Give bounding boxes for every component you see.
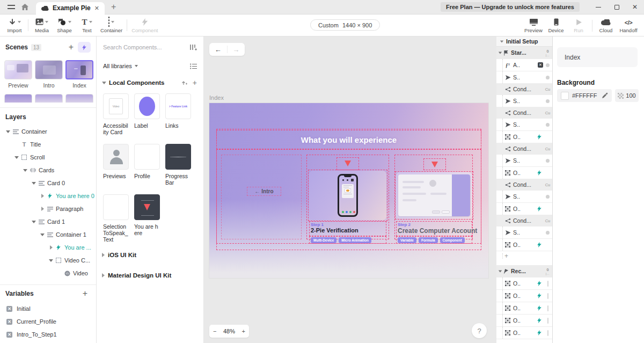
color-swatch[interactable] bbox=[561, 92, 569, 100]
tool-import-button[interactable]: Import bbox=[3, 14, 26, 36]
trigger-row-o-[interactable]: O.. bbox=[496, 131, 552, 143]
layer-row-you-are-[interactable]: You are ... bbox=[0, 241, 96, 254]
variable-row-initial[interactable]: ✕Initial bbox=[0, 302, 96, 315]
expand-closed-icon[interactable] bbox=[40, 194, 45, 198]
trigger-row-star-[interactable]: Star...0|.. bbox=[496, 47, 552, 59]
expand-closed-icon[interactable] bbox=[40, 207, 45, 211]
component-item-you-are-here[interactable]: You are here bbox=[134, 194, 160, 243]
layer-row-you-are-here-0[interactable]: You are here 0 bbox=[0, 189, 96, 202]
canvas[interactable]: ← → Index What you will experience ← Int… bbox=[204, 37, 496, 343]
trigger-row-cond-[interactable]: Cond...Cu bbox=[496, 84, 552, 95]
trigger-row-o-[interactable]: O.. bbox=[496, 203, 552, 215]
layer-row-cards[interactable]: Cards bbox=[0, 164, 96, 177]
trigger-row-o-[interactable]: O.. bbox=[496, 302, 552, 315]
layer-row-scroll[interactable]: Scroll bbox=[0, 151, 96, 164]
tab-close-icon[interactable]: ✕ bbox=[94, 5, 99, 12]
component-item-label[interactable]: Label bbox=[134, 93, 160, 135]
plan-upgrade-badge[interactable]: Free Plan — Upgrade to unlock more featu… bbox=[441, 2, 580, 12]
trigger-row-s-[interactable]: S.. bbox=[496, 191, 552, 203]
layer-row-card-1[interactable]: Card 1 bbox=[0, 215, 96, 228]
trigger-row-o-[interactable]: O.. bbox=[496, 290, 552, 302]
layer-row-video[interactable]: Video bbox=[0, 267, 96, 280]
trigger-row-s-[interactable]: S.. bbox=[496, 95, 552, 107]
layer-row-paragraph[interactable]: Paragraph bbox=[0, 202, 96, 215]
tool-container-button[interactable]: Container bbox=[98, 14, 125, 36]
tool-shape-button[interactable]: Shape bbox=[53, 14, 76, 36]
trigger-row-s-[interactable]: S.. bbox=[496, 119, 552, 131]
layer-row-container-1[interactable]: Container 1 bbox=[0, 228, 96, 241]
scene-item-index[interactable]: Index bbox=[65, 60, 93, 89]
zoom-out-button[interactable]: − bbox=[213, 328, 216, 334]
intro-back-link[interactable]: ← Intro bbox=[247, 187, 281, 196]
trigger-row-cond-[interactable]: Cond...Cu bbox=[496, 143, 552, 155]
trigger-row-a-[interactable]: ƒxA..✕ bbox=[496, 59, 552, 71]
kit-row-material-design-ui-kit[interactable]: Material Design UI Kit bbox=[97, 267, 203, 283]
trigger-row-rec-[interactable]: Rec...0|.. bbox=[496, 265, 552, 278]
trigger-row--[interactable]: + bbox=[496, 251, 552, 261]
add-scene-button[interactable]: + bbox=[65, 42, 77, 52]
expand-open-icon[interactable] bbox=[48, 259, 54, 262]
tool-preview-button[interactable]: Preview bbox=[522, 14, 545, 37]
tool-cloud-button[interactable]: Cloud bbox=[595, 14, 617, 37]
scene-item-partial[interactable] bbox=[4, 94, 32, 103]
tool-text-button[interactable]: TText bbox=[76, 14, 98, 36]
help-button[interactable]: ? bbox=[472, 323, 487, 338]
trigger-row-s-[interactable]: S.. bbox=[496, 71, 552, 84]
component-item-selectiontospeak-text[interactable]: SelectionToSpeak_Text bbox=[103, 194, 129, 243]
layer-row-card-0[interactable]: Card 0 bbox=[0, 177, 96, 189]
expand-open-icon[interactable] bbox=[497, 52, 502, 54]
publish-icon[interactable] bbox=[181, 79, 187, 86]
document-tab[interactable]: Example Pie ✕ bbox=[36, 2, 105, 14]
zoom-value[interactable]: 48% bbox=[223, 328, 235, 334]
expand-open-icon[interactable] bbox=[31, 221, 36, 223]
artboard-label[interactable]: Index bbox=[209, 94, 224, 101]
list-view-icon[interactable] bbox=[190, 63, 197, 69]
scenes-list-overflow[interactable] bbox=[0, 89, 96, 103]
component-item-accessibility-card[interactable]: VideoAccessibility Card bbox=[103, 93, 129, 135]
home-icon[interactable] bbox=[21, 4, 28, 10]
trigger-row-o-[interactable]: O.. bbox=[496, 167, 552, 179]
menu-icon[interactable] bbox=[8, 5, 15, 9]
trigger-row-o-[interactable]: O.. bbox=[496, 315, 552, 327]
color-value[interactable]: #FFFFFF bbox=[572, 92, 598, 99]
maximize-button[interactable] bbox=[608, 0, 626, 14]
variable-row-current_profile[interactable]: ✕Current_Profile bbox=[0, 315, 96, 328]
component-item-progress-bar[interactable]: Progress Bar bbox=[165, 144, 191, 186]
eyedropper-icon[interactable] bbox=[602, 92, 608, 99]
kit-row-ios-ui-kit[interactable]: iOS UI Kit bbox=[97, 247, 203, 263]
scene-item-intro[interactable]: Intro bbox=[35, 60, 63, 89]
variable-row-intro_to_step1[interactable]: ✕Intro_To_Step1 bbox=[0, 328, 96, 341]
expand-open-icon[interactable] bbox=[23, 169, 28, 172]
library-filter[interactable]: All libraries bbox=[97, 58, 203, 74]
opacity-field[interactable]: 100 bbox=[615, 89, 639, 102]
expand-closed-icon[interactable] bbox=[48, 245, 54, 250]
expand-open-icon[interactable] bbox=[31, 182, 36, 185]
expand-open-icon[interactable] bbox=[40, 233, 45, 236]
interactions-toggle-button[interactable] bbox=[78, 42, 91, 53]
trigger-row-o-[interactable]: O.. bbox=[496, 239, 552, 251]
layer-row-title[interactable]: TTitle bbox=[0, 138, 96, 151]
local-components-header[interactable]: Local Components + bbox=[97, 75, 203, 90]
add-action-button[interactable]: + bbox=[504, 252, 508, 260]
tool-media-button[interactable]: Media bbox=[31, 14, 53, 36]
scene-item-partial[interactable] bbox=[35, 94, 63, 103]
background-color-field[interactable]: #FFFFFF bbox=[557, 89, 612, 102]
add-variable-button[interactable]: + bbox=[79, 289, 91, 298]
canvas-size-selector[interactable]: Custom 1440 × 900 bbox=[310, 19, 380, 31]
tool-device-button[interactable]: Device bbox=[545, 14, 567, 37]
trigger-row-o-[interactable]: O.. bbox=[496, 278, 552, 290]
trigger-section-header[interactable]: Initial Setup bbox=[496, 37, 552, 47]
component-item-previews[interactable]: Previews bbox=[103, 144, 129, 186]
scene-item-partial[interactable] bbox=[65, 94, 93, 103]
forward-button[interactable]: → bbox=[227, 46, 245, 54]
trigger-row-o-[interactable]: O.. bbox=[496, 327, 552, 339]
tool-handoff-button[interactable]: </>Handoff bbox=[617, 14, 640, 37]
trigger-row-cond-[interactable]: Cond...Cu bbox=[496, 215, 552, 227]
layer-row-container[interactable]: Container bbox=[0, 125, 96, 138]
zoom-in-button[interactable]: + bbox=[242, 328, 245, 334]
add-component-button[interactable]: + bbox=[193, 78, 197, 87]
trigger-row-s-[interactable]: S.. bbox=[496, 227, 552, 239]
minimize-button[interactable] bbox=[589, 0, 608, 14]
component-item-links[interactable]: > Feature LinkLinks bbox=[165, 93, 191, 135]
trigger-row-cond-[interactable]: Cond...Cu bbox=[496, 179, 552, 191]
